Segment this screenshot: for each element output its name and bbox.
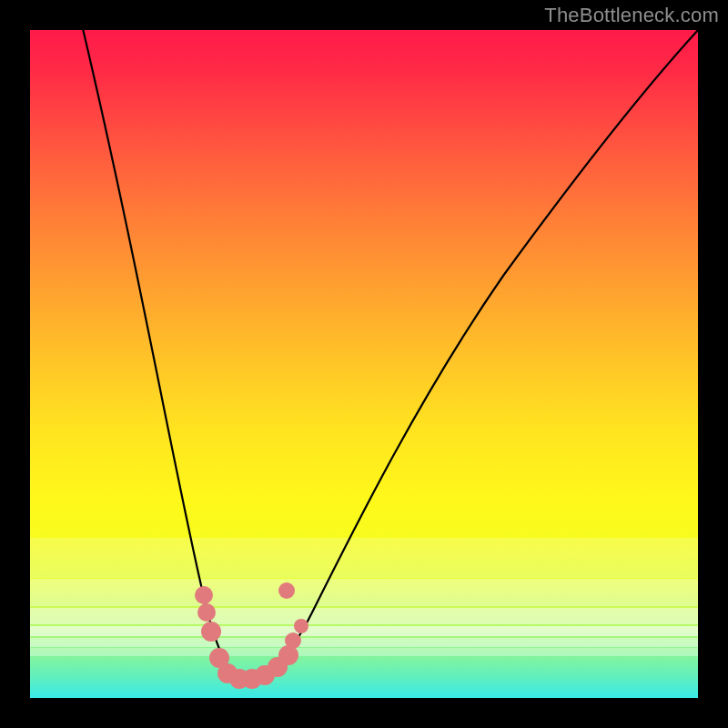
watermark-text: TheBottleneck.com — [544, 4, 719, 27]
data-marker — [201, 622, 221, 642]
data-marker — [285, 632, 301, 649]
v-curve-path — [81, 30, 698, 680]
data-marker — [278, 582, 295, 599]
chart-frame: TheBottleneck.com — [0, 0, 728, 728]
plot-area — [30, 30, 698, 698]
data-marker — [195, 586, 213, 604]
data-marker — [294, 619, 308, 633]
data-marker — [197, 603, 216, 622]
curve-layer — [30, 30, 698, 698]
